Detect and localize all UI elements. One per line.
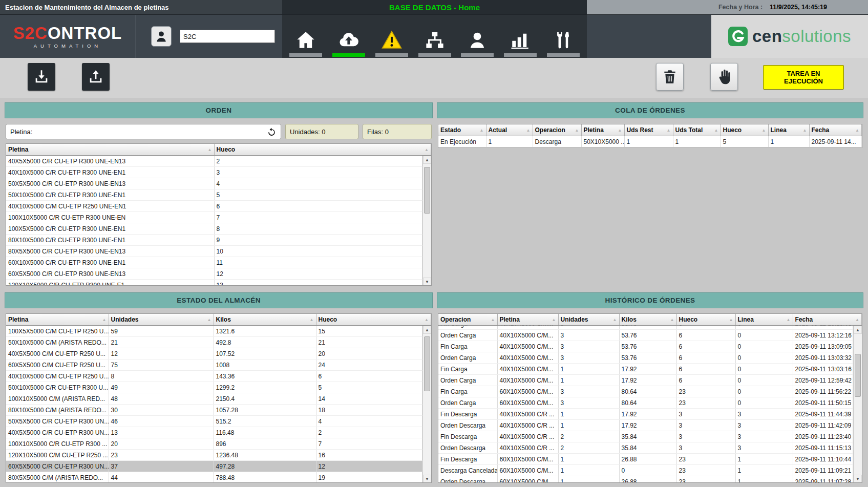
pletina-input[interactable]: Pletina: — [6, 124, 281, 139]
table-row[interactable]: 100X10X5000 C/R CU-ETP R300 ...208967 — [6, 438, 422, 450]
table-cell: 3 — [214, 167, 422, 178]
table-row[interactable]: Orden Carga40X10X5000 C/M...117.92602025… — [438, 375, 853, 386]
table-row[interactable]: 50X10X5000 C/M (ARISTA REDO...21492.821 — [6, 337, 422, 348]
table-row[interactable]: 40X5X5000 C/R CU-ETP R300 UNE-EN132 — [6, 156, 422, 167]
table-row[interactable]: Orden Descarga40X10X5000 C/R ...117.9233… — [438, 420, 853, 431]
column-header[interactable]: Hueco▲ — [676, 314, 735, 326]
table-cell: 20 — [316, 348, 422, 359]
table-row[interactable]: Fin Descarga40X10X5000 C/R ...235.843320… — [438, 431, 853, 442]
scroll-up-icon[interactable]: ▲ — [423, 326, 431, 334]
historico-scrollbar[interactable]: ▲ ▼ — [853, 326, 862, 483]
table-cell: 3 — [676, 431, 735, 442]
table-row[interactable]: Orden Carga40X10X5000 C/M...353.76602025… — [438, 352, 853, 364]
task-running-button[interactable]: TAREA EN EJECUCIÓN — [763, 65, 844, 90]
table-row[interactable]: 80X5X5000 C/R CU-ETP R300 UNE-EN1310 — [6, 246, 422, 257]
table-row[interactable]: 80X10X5000 C/M (ARISTA REDO...301057.281… — [6, 405, 422, 416]
column-header[interactable]: Fecha▲ — [809, 124, 862, 136]
column-header[interactable]: Unidades▲ — [109, 314, 214, 326]
column-header[interactable]: Linea▲ — [735, 314, 793, 326]
column-header[interactable]: Linea▲ — [768, 124, 809, 136]
nav-alarms-icon[interactable] — [372, 25, 411, 58]
nav-users-icon[interactable] — [458, 25, 497, 58]
table-row[interactable]: 40X10X5000 C/R CU-ETP R300 UNE-EN13 — [6, 167, 422, 178]
column-header[interactable]: Pletina▲ — [581, 124, 624, 136]
table-row[interactable]: Descarga Cancelada60X10X5000 C/M...10231… — [438, 465, 853, 476]
table-row[interactable]: 40X5X5000 C/R CU-ETP R300 UN...13116.482 — [6, 427, 422, 438]
column-header[interactable]: Kilos▲ — [214, 314, 316, 326]
almacen-scrollbar[interactable]: ▲ ▼ — [422, 326, 431, 483]
nav-network-icon[interactable] — [415, 25, 454, 58]
table-row[interactable]: Orden Carga60X10X5000 C/M...380.64230202… — [438, 397, 853, 409]
scroll-thumb[interactable] — [424, 336, 430, 391]
scroll-down-icon[interactable]: ▼ — [854, 475, 862, 483]
table-row[interactable]: 50X5X5000 C/R CU-ETP R300 UN...46515.24 — [6, 416, 422, 427]
column-header[interactable]: Unidades▲ — [558, 314, 619, 326]
table-row[interactable]: 60X5X5000 C/M CU-ETP R250 U...75100824 — [6, 359, 422, 371]
nav-settings-icon[interactable] — [544, 25, 583, 58]
table-row[interactable]: Fin Descarga60X10X5000 C/M...126.8823120… — [438, 454, 853, 465]
table-row[interactable]: 80X10X5000 C/R CU-ETP R300 UNE-EN19 — [6, 235, 422, 246]
table-row[interactable]: 120X10X5000 C/M CU-ETP R250 ...231236.48… — [6, 450, 422, 461]
column-header[interactable]: Pletina▲ — [6, 314, 109, 326]
table-row[interactable]: 100X5X5000 C/M CU-ETP R250 U...591321.61… — [6, 326, 422, 337]
column-header[interactable]: Hueco▲ — [214, 144, 431, 156]
scroll-track[interactable] — [854, 334, 862, 475]
table-row[interactable]: 60X5X5000 C/R CU-ETP R300 UNE-EN1312 — [6, 268, 422, 280]
table-row[interactable]: Orden Carga40X10X5000 C/M...353.76602025… — [438, 330, 853, 341]
scroll-thumb[interactable] — [424, 167, 430, 214]
column-header[interactable]: Pletina▲ — [497, 314, 558, 326]
column-header[interactable]: Actual▲ — [486, 124, 533, 136]
table-row[interactable]: 40X10X5000 C/M CU-ETP R250 UNE-EN16 — [6, 201, 422, 212]
table-row[interactable]: Orden Descarga40X10X5000 C/R ...235.8433… — [438, 442, 853, 454]
delete-button[interactable] — [656, 63, 684, 91]
scroll-down-icon[interactable]: ▼ — [423, 475, 431, 483]
table-row[interactable]: En Ejecución1Descarga50X10X5000 ...11512… — [438, 136, 862, 147]
table-row[interactable]: Fin Descarga40X10X5000 C/R ...117.923320… — [438, 409, 853, 420]
table-row[interactable]: 40X10X5000 C/M CU-ETP R250 U...8143.366 — [6, 371, 422, 382]
table-row[interactable]: 80X5X5000 C/M (ARISTA REDO...44788.4819 — [6, 472, 422, 483]
table-row[interactable]: Fin Carga60X10X5000 C/M...380.642302025-… — [438, 386, 853, 397]
column-header[interactable]: Estado▲ — [438, 124, 486, 136]
column-header[interactable]: Pletina▲ — [6, 144, 214, 156]
column-header[interactable]: Operacion▲ — [438, 314, 497, 326]
table-cell: 6 — [316, 371, 422, 382]
nav-database-upload-icon[interactable] — [329, 25, 368, 58]
table-row[interactable]: Fin Carga40X10X5000 C/M...353.76602025-0… — [438, 326, 853, 330]
stop-hand-button[interactable] — [710, 63, 738, 91]
table-row[interactable]: 50X5X5000 C/R CU-ETP R300 UNE-EN134 — [6, 178, 422, 189]
table-cell: 1 — [558, 375, 619, 386]
user-input[interactable] — [180, 30, 275, 43]
nav-statistics-icon[interactable] — [501, 25, 540, 58]
column-header[interactable]: Uds Total▲ — [673, 124, 721, 136]
scroll-up-icon[interactable]: ▲ — [854, 326, 862, 334]
column-header[interactable]: Hueco▲ — [316, 314, 431, 326]
table-row[interactable]: 100X5X5000 C/R CU-ETP R300 UNE-EN18 — [6, 223, 422, 235]
user-icon[interactable] — [151, 26, 172, 47]
refresh-icon[interactable] — [267, 127, 277, 137]
orden-scrollbar[interactable]: ▲ ▼ — [422, 156, 431, 286]
table-row[interactable]: 50X10X5000 C/R CU-ETP R300 UNE-EN15 — [6, 189, 422, 201]
scroll-up-icon[interactable]: ▲ — [423, 156, 431, 164]
scroll-track[interactable] — [423, 164, 431, 278]
scroll-track[interactable] — [423, 334, 431, 475]
table-row[interactable]: 60X10X5000 C/R CU-ETP R300 UNE-EN111 — [6, 257, 422, 268]
table-row[interactable]: 60X5X5000 C/R CU-ETP R300 UN...37497.281… — [6, 461, 422, 472]
column-header[interactable]: Uds Rest▲ — [624, 124, 673, 136]
column-header[interactable]: Hueco▲ — [721, 124, 768, 136]
scroll-down-icon[interactable]: ▼ — [423, 278, 431, 286]
table-row[interactable]: 120X10X5000 C/R CU-ETP R300 UNE-E113 — [6, 280, 422, 286]
load-in-button[interactable] — [28, 63, 55, 91]
table-row[interactable]: 50X10X5000 C/R CU-ETP R300 U...491299.25 — [6, 382, 422, 393]
table-row[interactable]: Orden Descarga60X10X5000 C/M...126.88231… — [438, 476, 853, 483]
column-header[interactable]: Kilos▲ — [619, 314, 676, 326]
table-row[interactable]: 40X5X5000 C/M CU-ETP R250 U...12107.5220 — [6, 348, 422, 359]
column-header[interactable]: Fecha▲ — [793, 314, 862, 326]
table-row[interactable]: Fin Carga40X10X5000 C/M...117.92602025-0… — [438, 364, 853, 375]
load-out-button[interactable] — [82, 63, 110, 91]
nav-home-icon[interactable] — [286, 25, 325, 58]
table-row[interactable]: 100X10X5000 C/R CU-ETP R300 UNE-EN7 — [6, 212, 422, 223]
table-row[interactable]: Fin Carga40X10X5000 C/M...353.76602025-0… — [438, 341, 853, 352]
scroll-thumb[interactable] — [855, 354, 861, 397]
table-row[interactable]: 100X10X5000 C/M (ARISTA RED...482150.414 — [6, 393, 422, 405]
column-header[interactable]: Operacion▲ — [533, 124, 581, 136]
